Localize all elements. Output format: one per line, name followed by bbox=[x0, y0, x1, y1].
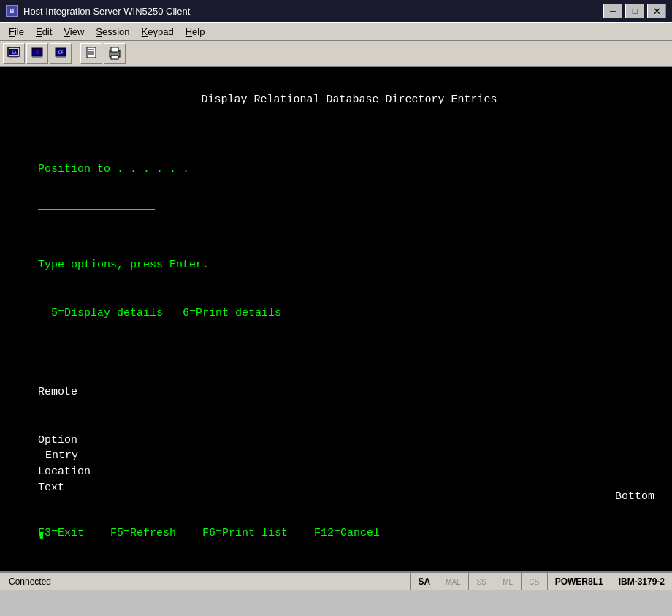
toolbar-btn-2[interactable]: X bbox=[26, 43, 48, 64]
function-keys: F3=Exit F5=Refresh F6=Print list F12=Can… bbox=[12, 509, 380, 557]
menu-session[interactable]: Session bbox=[90, 25, 135, 39]
screen-title: Display Relational Database Directory En… bbox=[12, 76, 660, 123]
menu-help[interactable]: Help bbox=[180, 25, 211, 39]
toolbar-btn-1[interactable]: SA bbox=[3, 43, 25, 64]
title-bar: 🖥 Host Integration Server WIN5250 Client… bbox=[0, 0, 672, 22]
svg-text:CF: CF bbox=[58, 50, 64, 55]
status-badge-system: POWER8L1 bbox=[547, 573, 611, 590]
position-line: Position to . . . . . . bbox=[12, 145, 660, 226]
terminal-screen: Display Relational Database Directory En… bbox=[0, 67, 672, 571]
instructions-line2: 5=Display details 6=Print details bbox=[12, 289, 660, 337]
svg-rect-16 bbox=[111, 56, 118, 59]
app-icon: 🖥 bbox=[6, 5, 18, 17]
status-badge-cs: CS bbox=[521, 573, 547, 590]
bottom-label: Bottom bbox=[589, 473, 654, 520]
menu-edit[interactable]: Edit bbox=[30, 25, 58, 39]
toolbar: SA X CF bbox=[0, 41, 672, 67]
svg-point-17 bbox=[117, 52, 119, 54]
instructions-line1: Type options, press Enter. bbox=[12, 242, 660, 289]
toolbar-btn-4[interactable] bbox=[80, 43, 102, 64]
status-badge-ss: SS bbox=[468, 573, 495, 590]
minimize-button[interactable]: ─ bbox=[603, 4, 622, 18]
status-badge-mal: MAL bbox=[438, 573, 468, 590]
status-badges: SA MAL SS ML CS POWER8L1 IBM-3179-2 bbox=[410, 573, 672, 590]
col-headers-row1: Remote bbox=[12, 353, 660, 417]
menu-keypad[interactable]: Keypad bbox=[136, 25, 180, 39]
toolbar-btn-3[interactable]: CF bbox=[50, 43, 72, 64]
status-badge-model: IBM-3179-2 bbox=[611, 573, 672, 590]
window-title: Host Integration Server WIN5250 Client bbox=[23, 6, 190, 17]
svg-rect-10 bbox=[87, 47, 96, 58]
svg-rect-15 bbox=[111, 47, 118, 52]
menu-bar: File Edit View Session Keypad Help bbox=[0, 22, 672, 41]
status-bar: Connected SA MAL SS ML CS POWER8L1 IBM-3… bbox=[0, 571, 672, 590]
svg-rect-8 bbox=[56, 57, 66, 58]
menu-view[interactable]: View bbox=[58, 25, 90, 39]
connection-status: Connected bbox=[0, 577, 410, 587]
window-controls: ─ □ ✕ bbox=[603, 4, 666, 18]
svg-text:SA: SA bbox=[11, 50, 17, 55]
svg-rect-5 bbox=[32, 57, 42, 58]
maximize-button[interactable]: □ bbox=[625, 4, 644, 18]
col-headers-row2: Option Entry Location Text bbox=[12, 417, 660, 512]
toolbar-btn-5[interactable] bbox=[104, 43, 126, 64]
status-badge-ml: ML bbox=[495, 573, 521, 590]
close-button[interactable]: ✕ bbox=[647, 4, 666, 18]
svg-rect-2 bbox=[9, 57, 18, 58]
menu-file[interactable]: File bbox=[3, 25, 30, 39]
status-badge-sa: SA bbox=[410, 573, 438, 590]
toolbar-separator-1 bbox=[75, 43, 77, 64]
